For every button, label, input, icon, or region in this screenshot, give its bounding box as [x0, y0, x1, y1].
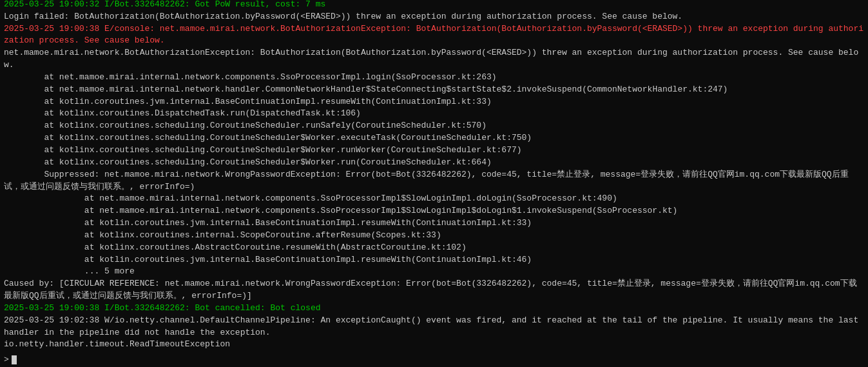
terminal-line-line24: 2025-03-25 19:00:38 I/Bot.3326482262: Bo…: [4, 303, 864, 315]
terminal-line-line3: Login failed: BotAuthorization(BotAuthor…: [4, 11, 864, 23]
terminal-cursor: [12, 355, 17, 364]
terminal-line-line25: 2025-03-25 19:02:38 W/io.netty.channel.D…: [4, 315, 864, 339]
terminal-line-line14: Suppressed: net.mamoe.mirai.network.Wron…: [4, 169, 864, 193]
terminal-window: 2025-03-25 19:00:32 I/Bot.3326482262: Ca…: [0, 0, 868, 367]
terminal-line-line20: at kotlin.coroutines.jvm.internal.BaseCo…: [4, 254, 864, 266]
terminal-line-line4: 2025-03-25 19:00:38 E/console: net.mamoe…: [4, 23, 864, 48]
prompt-symbol: >: [4, 355, 9, 364]
terminal-line-line9: at kotlinx.coroutines.DispatchedTask.run…: [4, 108, 864, 120]
terminal-line-line11: at kotlinx.coroutines.scheduling.Corouti…: [4, 132, 864, 144]
terminal-line-line18: at kotlinx.coroutines.internal.ScopeCoro…: [4, 230, 864, 242]
terminal-line-line15: at net.mamoe.mirai.internal.network.comp…: [4, 193, 864, 205]
terminal-line-line8: at kotlin.coroutines.jvm.internal.BaseCo…: [4, 96, 864, 108]
terminal-line-line26: io.netty.handler.timeout.ReadTimeoutExce…: [4, 339, 864, 351]
terminal-line-line13: at kotlinx.coroutines.scheduling.Corouti…: [4, 157, 864, 169]
terminal-line-line5: net.mamoe.mirai.network.BotAuthorization…: [4, 47, 864, 72]
terminal-line-line10: at kotlinx.coroutines.scheduling.Corouti…: [4, 120, 864, 132]
terminal-line-line21: ... 5 more: [4, 266, 864, 278]
terminal-line-line22: Caused by: [CIRCULAR REFERENCE: net.mamo…: [4, 278, 864, 303]
terminal-line-line6: at net.mamoe.mirai.internal.network.comp…: [4, 72, 864, 84]
terminal-line-line19: at kotlinx.coroutines.AbstractCoroutine.…: [4, 242, 864, 254]
terminal-line-line17: at kotlin.coroutines.jvm.internal.BaseCo…: [4, 217, 864, 230]
terminal-line-line12: at kotlinx.coroutines.scheduling.Corouti…: [4, 144, 864, 157]
terminal-line-line7: at net.mamoe.mirai.internal.network.hand…: [4, 84, 864, 96]
terminal-line-line16: at net.mamoe.mirai.internal.network.comp…: [4, 205, 864, 217]
terminal-line-line2: 2025-03-25 19:00:32 I/Bot.3326482262: Go…: [4, 0, 864, 11]
terminal-output[interactable]: 2025-03-25 19:00:32 I/Bot.3326482262: Ca…: [0, 0, 868, 353]
terminal-input-row[interactable]: >: [0, 353, 868, 367]
